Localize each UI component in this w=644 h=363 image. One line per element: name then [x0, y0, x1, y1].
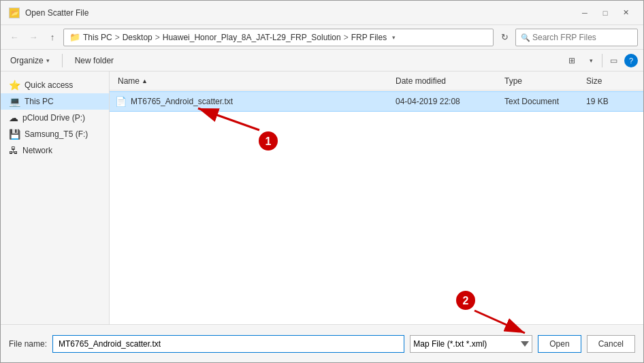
file-name: MT6765_Android_scatter.txt [131, 97, 233, 106]
sidebar-item-this-pc[interactable]: 💻 This PC [1, 93, 109, 110]
open-file-dialog: 📂 Open Scatter File ─ □ ✕ ← → ↑ 📁 This P… [0, 0, 644, 363]
pcloud-icon: ☁ [9, 112, 18, 123]
close-button[interactable]: ✕ [616, 6, 635, 20]
network-icon: 🖧 [9, 145, 18, 156]
main-area: ⭐ Quick access 💻 This PC ☁ pCloud Drive … [1, 72, 643, 324]
dialog-icon: 📂 [9, 7, 20, 18]
search-wrapper: 🔍 [515, 29, 638, 46]
sidebar-item-pcloud-drive[interactable]: ☁ pCloud Drive (P:) [1, 110, 109, 126]
breadcrumb-part-4: FRP Files [351, 33, 387, 42]
breadcrumb-sep-3: > [344, 33, 349, 42]
forward-button[interactable]: → [25, 29, 42, 46]
help-button[interactable]: ? [624, 54, 638, 67]
minimize-button[interactable]: ─ [575, 6, 594, 20]
file-date: 04-04-2019 22:08 [393, 97, 502, 106]
file-size: 19 KB [583, 97, 638, 106]
cancel-button[interactable]: Cancel [587, 335, 635, 353]
refresh-button[interactable]: ↻ [496, 29, 513, 46]
samsung-icon: 💾 [9, 129, 20, 140]
col-date[interactable]: Date modified [393, 74, 502, 89]
col-size-label: Size [586, 76, 602, 86]
bottom-bar: File name: Map File (*.txt *.xml) Open C… [1, 324, 643, 362]
organize-button[interactable]: Organize ▾ [6, 54, 54, 67]
view-chevron-button[interactable]: ▾ [583, 52, 599, 69]
sidebar-label-this-pc: This PC [25, 97, 54, 106]
file-type: Text Document [502, 97, 583, 106]
breadcrumb-part-2: Desktop [123, 33, 152, 42]
preview-pane-button[interactable]: ▭ [605, 52, 622, 69]
col-type-label: Type [504, 76, 522, 86]
breadcrumb-bar[interactable]: 📁 This PC > Desktop > Huawei_Honor_Play_… [63, 29, 494, 46]
search-input[interactable] [515, 29, 638, 46]
file-area: Name ▲ Date modified Type Size 📄 [110, 72, 643, 324]
toolbar-sep-2 [602, 54, 602, 67]
breadcrumb-part-1: This PC [83, 33, 112, 42]
file-name-cell: 📄 MT6765_Android_scatter.txt [115, 96, 393, 107]
col-name-label: Name [118, 76, 140, 86]
view-button[interactable]: ⊞ [564, 52, 580, 69]
filename-input[interactable] [52, 335, 404, 353]
filetype-select[interactable]: Map File (*.txt *.xml) [410, 335, 532, 353]
col-size[interactable]: Size [583, 74, 638, 89]
organize-label: Organize [10, 56, 44, 65]
title-controls: ─ □ ✕ [575, 6, 635, 20]
sidebar-item-network[interactable]: 🖧 Network [1, 142, 109, 159]
file-icon: 📄 [115, 96, 127, 107]
col-type[interactable]: Type [502, 74, 583, 89]
sidebar-item-samsung-t5[interactable]: 💾 Samsung_T5 (F:) [1, 126, 109, 142]
sort-arrow: ▲ [142, 78, 148, 84]
col-name[interactable]: Name ▲ [115, 74, 393, 89]
file-list-header: Name ▲ Date modified Type Size [110, 72, 643, 91]
file-list: 📄 MT6765_Android_scatter.txt 04-04-2019 … [110, 91, 643, 324]
sidebar-label-pcloud: pCloud Drive (P:) [22, 113, 85, 123]
col-date-label: Date modified [396, 76, 446, 86]
title-bar: 📂 Open Scatter File ─ □ ✕ [1, 1, 643, 25]
back-button[interactable]: ← [6, 29, 22, 46]
toolbar-right: ⊞ ▾ ▭ ? [564, 52, 638, 69]
dialog-title: Open Scatter File [25, 8, 88, 18]
new-folder-label: New folder [75, 56, 114, 65]
title-bar-left: 📂 Open Scatter File [9, 7, 88, 18]
table-row[interactable]: 📄 MT6765_Android_scatter.txt 04-04-2019 … [110, 92, 643, 111]
new-folder-button[interactable]: New folder [71, 54, 118, 67]
toolbar-separator [62, 54, 63, 67]
folder-icon: 📁 [69, 32, 80, 42]
up-button[interactable]: ↑ [44, 29, 61, 46]
breadcrumb-sep-2: > [155, 33, 160, 42]
open-button[interactable]: Open [538, 335, 581, 353]
sidebar: ⭐ Quick access 💻 This PC ☁ pCloud Drive … [1, 72, 110, 324]
this-pc-icon: 💻 [9, 96, 20, 107]
sidebar-label-samsung: Samsung_T5 (F:) [25, 129, 88, 139]
breadcrumb-part-3: Huawei_Honor_Play_8A_JAT-L29_FRP_Solutio… [163, 33, 341, 42]
breadcrumb-chevron: ▾ [392, 34, 396, 41]
organize-chevron: ▾ [46, 57, 50, 64]
quick-access-icon: ⭐ [9, 80, 20, 91]
sidebar-label-network: Network [22, 146, 52, 155]
filename-label: File name: [9, 339, 47, 349]
sidebar-item-quick-access[interactable]: ⭐ Quick access [1, 77, 109, 93]
breadcrumb-sep-1: > [115, 33, 120, 42]
nav-bar: ← → ↑ 📁 This PC > Desktop > Huawei_Honor… [1, 25, 643, 50]
sidebar-label-quick-access: Quick access [25, 80, 73, 90]
toolbar: Organize ▾ New folder ⊞ ▾ ▭ ? [1, 50, 643, 72]
maximize-button[interactable]: □ [596, 6, 615, 20]
